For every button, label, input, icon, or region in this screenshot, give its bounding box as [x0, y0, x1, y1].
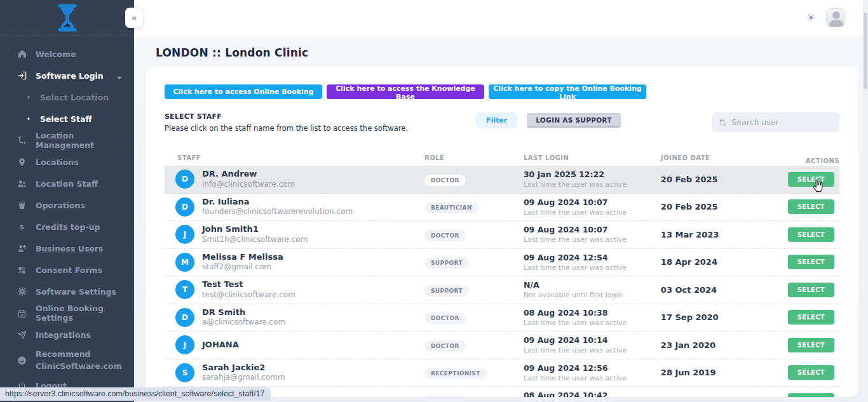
sidebar-item-label: Operations — [36, 201, 85, 210]
calendar-check-icon — [17, 308, 27, 319]
select-staff-button[interactable]: SELECT — [788, 172, 834, 187]
sidebar-item-integrations[interactable]: Integrations — [0, 324, 134, 345]
login-as-support-button[interactable]: LOGIN AS SUPPORT — [527, 113, 621, 128]
sidebar-item-label: Select Staff — [40, 114, 92, 124]
sidebar-item-consent-forms[interactable]: Consent Forms — [0, 259, 134, 281]
user-avatar[interactable] — [826, 8, 845, 27]
scrollbar-thumb[interactable] — [864, 13, 867, 89]
staff-name: Dr. Iuliana — [202, 197, 353, 208]
smiley-icon — [17, 355, 27, 366]
last-login-value: 08 Aug 2024 10:42 — [524, 391, 661, 397]
sidebar-item-recommend-clinicsoftware-com[interactable]: RecommendClinicSoftware.com — [0, 345, 134, 375]
sidebar-item-software-login[interactable]: Software Login⌄ — [0, 65, 134, 86]
sidebar-item-location-management[interactable]: Location Management — [0, 130, 134, 151]
sidebar-item-online-booking-settings[interactable]: Online Booking Settings — [0, 302, 134, 324]
sidebar-item-welcome[interactable]: Welcome — [0, 43, 134, 65]
last-login-note: Last time the user was active — [524, 264, 661, 272]
search-user-input[interactable] — [731, 117, 833, 127]
sidebar-item-label: Location Management — [36, 131, 134, 150]
joined-date: 23 Jan 2020 — [661, 340, 788, 350]
search-icon — [719, 118, 726, 127]
sidebar-item-software-settings[interactable]: Software Settings — [0, 281, 134, 302]
chevron-double-left-icon: « — [131, 13, 137, 23]
staff-email: Smit1h@clinicsoftware.com — [202, 235, 308, 245]
theme-toggle-sun-icon[interactable]: ☀ — [806, 11, 816, 24]
sidebar-item-select-location[interactable]: Select Location — [0, 86, 134, 108]
staff-email: sarahja@gmail.comm — [202, 373, 285, 383]
joined-date: 20 Feb 2025 — [661, 202, 788, 211]
sidebar-item-business-users[interactable]: Business Users — [0, 238, 134, 259]
column-header-joined-date: JOINED DATE — [661, 154, 788, 161]
home-icon — [17, 49, 27, 60]
select-staff-button[interactable]: SELECT — [788, 227, 834, 242]
sidebar-item-location-staff[interactable]: Location Staff — [0, 173, 134, 194]
last-login-note: Last time the user was active — [524, 374, 661, 382]
role-badge: DOCTOR — [424, 175, 466, 186]
staff-name: Sarah Jackie2 — [202, 363, 285, 373]
quick-action-button[interactable]: Click here to access the Knowledge Base — [327, 84, 484, 99]
last-login-note: Last time the user was active — [524, 208, 661, 217]
select-staff-button[interactable]: SELECT — [788, 283, 834, 297]
role-badge: DOCTOR — [424, 396, 466, 397]
staff-table-row[interactable]: J JOHANA DOCTOR 09 Aug 2024 10:14 Last t… — [165, 332, 839, 359]
select-staff-button[interactable]: SELECT — [788, 393, 834, 397]
top-bar: ☀ — [134, 0, 863, 36]
user-plus-icon — [17, 243, 27, 254]
role-badge: BEAUTICIAN — [424, 202, 478, 213]
staff-name: John Smith1 — [202, 224, 308, 235]
last-login-note: Not available until first login — [524, 291, 661, 299]
joined-date: 28 Jun 2019 — [661, 368, 788, 377]
select-staff-button[interactable]: SELECT — [788, 338, 834, 352]
sidebar-item-label: Software Settings — [36, 287, 116, 297]
browser-status-url: https://server3.clinicsoftware.com/busin… — [0, 387, 271, 401]
filter-button[interactable]: Filter — [476, 112, 517, 128]
joined-date: 03 Oct 2024 — [661, 285, 788, 295]
select-staff-button[interactable]: SELECT — [788, 255, 834, 269]
sidebar: WelcomeSoftware Login⌄Select LocationSel… — [0, 0, 134, 402]
route-icon — [17, 135, 27, 146]
staff-avatar: J — [175, 225, 194, 244]
last-login-note: Last time the user was active — [524, 180, 661, 189]
staff-table-row[interactable]: T Test Test test@clinicsoftware.com SUPP… — [165, 276, 839, 304]
sidebar-item-operations[interactable]: Operations — [0, 194, 134, 216]
bucket-icon — [17, 200, 27, 211]
select-staff-button[interactable]: SELECT — [788, 199, 834, 214]
dot-icon — [25, 114, 32, 124]
staff-table-row[interactable]: D DR Smith a@clinicsoftware.com DOCTOR 0… — [165, 304, 839, 332]
map-pin-icon — [17, 157, 27, 168]
users-icon — [17, 178, 27, 189]
staff-table-row[interactable]: M Melissa F Melissa staff2@gmail.com SUP… — [165, 249, 839, 277]
role-badge: DOCTOR — [424, 312, 466, 324]
staff-table-row[interactable]: D Dr. Iuliana founders@clinicsoftwarerev… — [165, 194, 839, 222]
sidebar-item-label: Credits top-up — [36, 222, 100, 232]
last-login-value: 09 Aug 2024 12:56 — [524, 363, 661, 373]
sidebar-collapse-button[interactable]: « — [125, 8, 143, 28]
staff-avatar: D — [175, 170, 194, 189]
quick-action-button[interactable]: Click here to access Online Booking — [165, 84, 322, 99]
staff-controls: SELECT STAFF Please click on the staff n… — [165, 112, 839, 133]
sidebar-item-label: Locations — [36, 157, 79, 167]
last-login-value: 09 Aug 2024 10:07 — [524, 225, 661, 234]
staff-avatar: D — [175, 308, 194, 327]
sidebar-item-locations[interactable]: Locations — [0, 151, 134, 173]
search-user-box[interactable] — [712, 112, 839, 132]
page-scrollbar[interactable] — [863, 0, 868, 402]
select-staff-button[interactable]: SELECT — [788, 365, 834, 380]
staff-table-row[interactable]: S Sarah Jackie2 sarahja@gmail.comm RECEP… — [165, 359, 839, 387]
last-login-note: Last time the user was active — [524, 236, 661, 244]
staff-avatar: T — [175, 280, 194, 299]
sidebar-item-select-staff[interactable]: Select Staff — [0, 108, 134, 130]
sidebar-item-label: Software Login — [36, 71, 104, 81]
quick-action-button[interactable]: Click here to copy the Online Booking Li… — [489, 84, 646, 99]
dot-icon — [25, 92, 32, 103]
staff-table-row[interactable]: D DR. Andrew info@clinicsoftware.com DOC… — [165, 166, 839, 194]
staff-email: staff2@gmail.com — [202, 262, 283, 272]
joined-date: 17 Sep 2020 — [661, 312, 788, 322]
joined-date: 20 Feb 2025 — [661, 175, 788, 184]
sidebar-item-label: RecommendClinicSoftware.com — [36, 348, 122, 373]
joined-date: 18 Apr 2024 — [661, 257, 788, 267]
staff-avatar: M — [175, 253, 194, 272]
staff-table-row[interactable]: J John Smith1 Smit1h@clinicsoftware.com … — [165, 221, 839, 249]
select-staff-button[interactable]: SELECT — [788, 310, 834, 325]
sidebar-item-credits-top-up[interactable]: $Credits top-up — [0, 216, 134, 238]
